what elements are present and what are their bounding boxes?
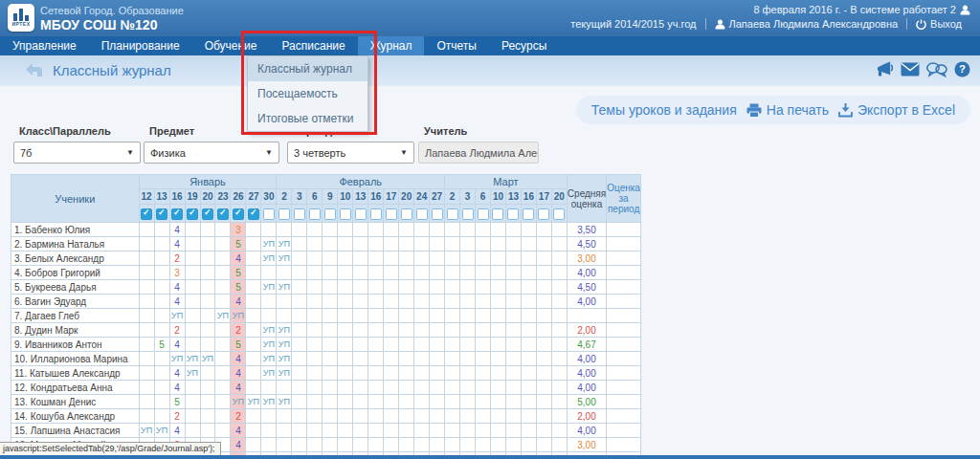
mark-cell[interactable] (521, 237, 536, 251)
mark-cell[interactable] (323, 438, 338, 452)
menu-item-ресурсы[interactable]: Ресурсы (489, 36, 559, 55)
mark-cell[interactable] (551, 395, 567, 409)
mark-cell[interactable] (414, 280, 430, 295)
mark-cell[interactable] (505, 309, 521, 323)
mark-cell[interactable] (521, 338, 536, 352)
mark-cell[interactable] (491, 438, 506, 452)
mark-cell[interactable] (323, 338, 338, 352)
mark-cell[interactable] (505, 280, 521, 295)
mark-cell[interactable] (292, 395, 307, 409)
menu-item-планирование[interactable]: Планирование (89, 36, 192, 55)
date-column-header[interactable]: 13 (505, 189, 521, 205)
mark-cell[interactable] (353, 280, 368, 295)
mark-cell[interactable] (338, 366, 353, 381)
mark-cell[interactable] (551, 366, 567, 381)
mark-cell[interactable] (491, 295, 506, 309)
filter-select[interactable]: 7б▼ (13, 142, 141, 164)
mark-cell[interactable] (491, 381, 506, 395)
mark-cell[interactable] (323, 251, 338, 266)
mark-cell[interactable]: УП (261, 338, 277, 352)
mark-cell[interactable] (521, 223, 536, 237)
mark-cell[interactable] (246, 438, 261, 452)
mark-cell[interactable] (399, 409, 414, 424)
mark-cell[interactable] (505, 237, 521, 251)
mark-cell[interactable]: 5 (169, 395, 185, 409)
mark-cell[interactable] (368, 395, 384, 409)
mark-cell[interactable] (368, 366, 384, 381)
mark-cell[interactable] (323, 424, 338, 438)
mark-cell[interactable] (185, 409, 200, 424)
mark-cell[interactable]: 5 (231, 338, 246, 352)
mark-cell[interactable] (277, 424, 292, 438)
mark-cell[interactable] (384, 295, 399, 309)
mark-cell[interactable] (414, 309, 430, 323)
date-checkbox[interactable] (217, 208, 229, 220)
mark-cell[interactable]: 4 (231, 251, 246, 266)
mark-cell[interactable] (261, 223, 277, 237)
mark-cell[interactable] (505, 395, 521, 409)
mark-cell[interactable] (536, 251, 551, 266)
date-column-header[interactable]: 10 (491, 189, 506, 205)
menu-item-управление[interactable]: Управление (0, 36, 89, 55)
mark-cell[interactable]: УП (277, 251, 292, 266)
mark-cell[interactable] (338, 266, 353, 280)
mark-cell[interactable] (536, 323, 551, 338)
mark-cell[interactable] (139, 309, 154, 323)
mark-cell[interactable] (277, 266, 292, 280)
date-checkbox[interactable] (171, 208, 183, 220)
mark-cell[interactable] (551, 309, 567, 323)
mark-cell[interactable]: УП (215, 309, 231, 323)
mark-cell[interactable] (154, 251, 169, 266)
mark-cell[interactable]: 4 (169, 223, 185, 237)
mark-cell[interactable] (185, 323, 200, 338)
mark-cell[interactable] (292, 251, 307, 266)
mark-cell[interactable] (536, 295, 551, 309)
mark-cell[interactable] (139, 381, 154, 395)
mark-cell[interactable] (307, 381, 323, 395)
mark-cell[interactable]: 2 (231, 409, 246, 424)
date-checkbox[interactable] (156, 208, 167, 220)
mark-cell[interactable] (246, 280, 261, 295)
mark-cell[interactable] (368, 280, 384, 295)
mark-cell[interactable] (307, 280, 323, 295)
mark-cell[interactable] (246, 295, 261, 309)
help-icon[interactable]: ? (954, 61, 970, 77)
mark-cell[interactable]: УП (200, 352, 215, 366)
mark-cell[interactable] (139, 223, 154, 237)
mark-cell[interactable] (307, 409, 323, 424)
mark-cell[interactable] (323, 409, 338, 424)
mark-cell[interactable] (505, 251, 521, 266)
mark-cell[interactable] (292, 323, 307, 338)
date-checkbox[interactable] (202, 208, 213, 220)
mark-cell[interactable] (185, 223, 200, 237)
mark-cell[interactable] (368, 223, 384, 237)
mark-cell[interactable] (277, 438, 292, 452)
mark-cell[interactable] (323, 266, 338, 280)
mark-cell[interactable] (445, 223, 460, 237)
mark-cell[interactable] (292, 366, 307, 381)
mark-cell[interactable] (154, 237, 169, 251)
mark-cell[interactable] (246, 352, 261, 366)
date-column-header[interactable]: 9 (323, 189, 338, 205)
mark-cell[interactable] (200, 266, 215, 280)
mark-cell[interactable] (384, 280, 399, 295)
mark-cell[interactable] (430, 223, 445, 237)
mark-cell[interactable] (384, 338, 399, 352)
mark-cell[interactable] (353, 409, 368, 424)
mark-cell[interactable] (414, 366, 430, 381)
back-button[interactable] (25, 62, 44, 81)
date-checkbox[interactable] (340, 208, 351, 220)
mark-cell[interactable] (185, 381, 200, 395)
date-column-header[interactable]: 23 (215, 189, 231, 205)
mark-cell[interactable] (185, 280, 200, 295)
mark-cell[interactable] (491, 395, 506, 409)
date-checkbox[interactable] (478, 208, 489, 220)
date-column-header[interactable]: 3 (292, 189, 307, 205)
mark-cell[interactable] (460, 366, 476, 381)
mark-cell[interactable]: 4 (169, 280, 185, 295)
dropdown-item-1[interactable]: Классный журнал (248, 56, 368, 81)
mark-cell[interactable] (154, 409, 169, 424)
mark-cell[interactable] (536, 409, 551, 424)
mark-cell[interactable] (491, 323, 506, 338)
mark-cell[interactable] (460, 381, 476, 395)
